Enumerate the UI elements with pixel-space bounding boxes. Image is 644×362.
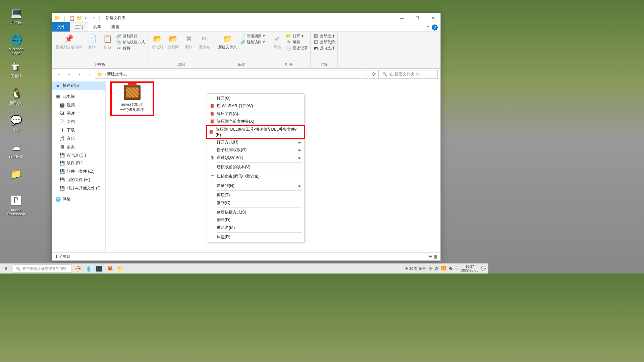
chevron-down-icon[interactable]: ⌄ (363, 72, 366, 76)
properties-button[interactable]: ✔属性 (271, 33, 284, 50)
sidebar-item[interactable]: 🎬视频 (52, 101, 105, 109)
sidebar-item[interactable]: 💾相片与其他文件 (G: (52, 184, 105, 192)
tray-icon-power[interactable]: 🔌 (448, 266, 453, 272)
selectnone-button[interactable]: ☐全部取消 (313, 39, 335, 45)
breadcrumb-path[interactable]: 新建文件夹 (107, 71, 127, 77)
pin-button[interactable]: 📌固定到快速访问 (55, 33, 83, 50)
open-button[interactable]: 📂打开 ▾ (286, 33, 308, 39)
cut-button[interactable]: ✂剪切 (116, 45, 145, 51)
tab-share[interactable]: 共享 (88, 22, 106, 32)
sidebar-network[interactable]: 🌐网络 (52, 195, 105, 203)
context-menu-item[interactable]: 📕解压文件(A)... (208, 110, 303, 118)
titlebar[interactable]: 📁 | 📋 📁 ↶ ▾ | 新建文件夹 — ☐ ✕ (52, 13, 440, 23)
taskbar-app-3[interactable]: ⬛ (94, 264, 104, 273)
context-menu-item[interactable]: 📕解压到当前文件夹(X) (208, 118, 303, 125)
taskbar-app-1[interactable]: 🍜 (73, 264, 83, 273)
up-button[interactable]: ↑ (85, 70, 94, 79)
recent-dropdown[interactable]: ▾ (75, 70, 84, 79)
sidebar-item[interactable]: 💾我的文件 (F:) (52, 176, 105, 184)
tab-file[interactable]: 文件 (52, 22, 70, 32)
copyto-button[interactable]: 📂复制到 (166, 33, 180, 50)
close-button[interactable]: ✕ (425, 13, 440, 23)
forward-button[interactable]: → (65, 70, 73, 79)
context-menu-item[interactable]: 创建快捷方式(S) (208, 208, 303, 216)
sidebar-item[interactable]: ⬇下载 (52, 126, 105, 134)
context-menu-item[interactable]: 授予访问权限(G)▶ (208, 146, 303, 154)
desktop-icon[interactable]: 💬微信 (6, 113, 26, 132)
refresh-button[interactable]: ⟳ (369, 70, 379, 79)
selectall-button[interactable]: ☑全部选择 (313, 33, 335, 39)
tray-icon-volume[interactable]: 🔊 (434, 266, 439, 272)
sidebar-item[interactable]: 🖥桌面 (52, 143, 105, 151)
invertselect-button[interactable]: ◩反向选择 (313, 45, 335, 51)
view-large-icon[interactable]: ▦ (433, 254, 437, 259)
sidebar-item[interactable]: 🖼图片 (52, 109, 105, 118)
desktop-icon[interactable]: 🐧腾讯QQ (6, 86, 26, 106)
minimize-button[interactable]: — (394, 13, 410, 23)
delete-button[interactable]: ✖删除 (182, 33, 196, 50)
tab-home[interactable]: 主页 (70, 22, 88, 32)
context-menu-item[interactable]: 🐧通过QQ发送到▶ (208, 154, 303, 162)
file-list[interactable]: msvcr120.dll 一键修复程序 打开(O)📕用 WinRAR 打开(W)… (106, 80, 440, 252)
context-menu-item[interactable]: 📕解压到 "DLL修复工具-快速修复DLL丢失文件\"(E) (206, 125, 305, 139)
sidebar-item[interactable]: 💾Win10 (C:) (52, 151, 105, 159)
desktop-icon[interactable]: ☁百度网盘 (6, 140, 26, 159)
taskbar-clock[interactable]: 16:37 2022-10-06 (461, 265, 478, 272)
taskbar-app-5[interactable]: 📁 (116, 264, 126, 273)
edit-button[interactable]: ✎编辑 (286, 39, 308, 45)
sidebar-quickaccess[interactable]: ★快速访问 (52, 81, 105, 90)
help-icon[interactable]: ? (432, 24, 438, 31)
tray[interactable]: ㊥ 🔊 📶 🔌 🛡 (429, 266, 459, 272)
context-menu-item[interactable]: 属性(R) (208, 233, 303, 241)
maximize-button[interactable]: ☐ (410, 13, 425, 23)
newitem-button[interactable]: 📄新建项目 ▾ (240, 33, 265, 39)
properties-qat-icon[interactable]: 📋 (69, 15, 75, 21)
context-menu-item[interactable]: 打开方式(H)▶ (208, 138, 303, 146)
sidebar-item[interactable]: 🎵音乐 (52, 134, 105, 143)
context-menu-item[interactable]: 剪切(T) (208, 191, 303, 199)
undo-qat-icon[interactable]: ↶ (84, 15, 90, 21)
start-button[interactable]: ⊞ (0, 263, 11, 274)
tray-icon-network[interactable]: 📶 (441, 266, 446, 272)
context-menu-item[interactable]: 复制(C) (208, 199, 303, 207)
newfolder-button[interactable]: 📁新建文件夹 (217, 33, 238, 50)
context-menu-item[interactable]: 📕用 WinRAR 打开(W) (208, 102, 303, 110)
desktop-icon[interactable]: 🌐Microsoft Edge (6, 33, 26, 55)
collapse-ribbon-icon[interactable]: ⌃ (426, 25, 430, 30)
rename-button[interactable]: ✏重命名 (198, 33, 211, 50)
context-menu-item[interactable]: 发送到(N)▶ (208, 182, 303, 190)
taskbar-app-4[interactable]: 🦊 (105, 264, 115, 273)
desktop-icon[interactable]: 📁 (6, 167, 26, 181)
context-menu-item[interactable]: 删除(D) (208, 216, 303, 224)
sidebar-item[interactable]: 📄文档 (52, 118, 105, 126)
pasteshortcut-button[interactable]: 📎粘贴快捷方式 (116, 39, 145, 45)
copy-button[interactable]: 📄复制 (85, 33, 99, 50)
newfolder-qat-icon[interactable]: 📁 (76, 15, 82, 21)
sidebar-item[interactable]: 💾软件 (D:) (52, 159, 105, 167)
moveto-button[interactable]: 📂移动到 (151, 33, 164, 50)
taskbar-search[interactable]: 🔍在这里输入你要搜索的内容 (13, 264, 71, 273)
context-menu-item[interactable]: 重命名(M) (208, 224, 303, 232)
sidebar-thispc[interactable]: 💻此电脑 (52, 93, 105, 101)
desktop-icon[interactable]: 🗑回收站 (6, 60, 26, 79)
desktop-icon[interactable]: 💻此电脑 (6, 6, 26, 25)
context-menu-item[interactable]: 打开(O) (208, 95, 303, 102)
tray-icon-ime[interactable]: ㊥ (429, 266, 433, 272)
taskbar-app-2[interactable]: 💧 (84, 264, 94, 273)
paste-button[interactable]: 📋粘贴 (101, 33, 114, 50)
file-item[interactable]: msvcr120.dll 一键修复程序 (110, 81, 154, 116)
context-menu-item[interactable]: 还原以前的版本(V) (208, 163, 303, 171)
back-button[interactable]: ← (55, 70, 63, 79)
tab-view[interactable]: 查看 (106, 22, 124, 32)
context-menu-item[interactable]: 🛡扫描病毒(腾讯电脑管家) (208, 173, 303, 180)
qat-dropdown-icon[interactable]: ▾ (91, 15, 97, 21)
weather-widget[interactable]: ☀ 30°C 多云 (405, 266, 426, 271)
tray-icon-security[interactable]: 🛡 (454, 266, 459, 272)
view-details-icon[interactable]: ☰ (428, 254, 432, 259)
copypath-button[interactable]: 🔗复制路径 (116, 33, 145, 39)
history-button[interactable]: 🕓历史记录 (286, 45, 308, 51)
breadcrumb[interactable]: 📁 › 新建文件夹 ⌄ (95, 70, 368, 79)
desktop-icon[interactable]: 🅿Adobe Photoshop (6, 194, 26, 216)
easyaccess-button[interactable]: 🔗轻松访问 ▾ (240, 39, 265, 45)
sidebar-item[interactable]: 💾软件与文件 (E:) (52, 167, 105, 176)
